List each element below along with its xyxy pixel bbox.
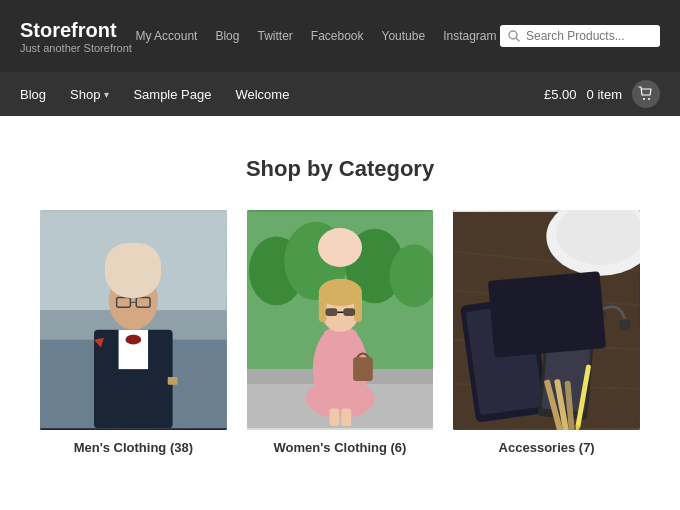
- accessories-label: Accessories (7): [499, 440, 595, 455]
- cart-area[interactable]: £5.00 0 item: [544, 80, 660, 108]
- nav-blog[interactable]: Blog: [20, 87, 46, 102]
- svg-point-55: [619, 319, 631, 331]
- main-nav: Blog Shop ▾ Sample Page Welcome: [20, 87, 289, 102]
- category-card-accessories[interactable]: Accessories (7): [453, 210, 640, 455]
- svg-rect-30: [354, 292, 362, 321]
- shopping-cart-icon: [638, 86, 654, 102]
- svg-rect-32: [343, 308, 355, 316]
- accessories-illustration: [453, 210, 640, 430]
- womens-clothing-image: [247, 210, 434, 430]
- svg-rect-36: [341, 408, 351, 426]
- categories-grid: Men's Clothing (38): [40, 210, 640, 455]
- chevron-down-icon: ▾: [104, 89, 109, 100]
- category-card-mens[interactable]: Men's Clothing (38): [40, 210, 227, 455]
- svg-rect-34: [353, 357, 373, 381]
- nav-shop[interactable]: Shop ▾: [70, 87, 109, 102]
- search-input[interactable]: [526, 29, 646, 43]
- cart-icon[interactable]: [632, 80, 660, 108]
- nav-bar: Blog Shop ▾ Sample Page Welcome £5.00 0 …: [0, 72, 680, 116]
- womens-clothing-label: Women's Clothing (6): [274, 440, 407, 455]
- svg-rect-16: [168, 377, 178, 385]
- svg-point-53: [500, 284, 524, 308]
- brand: Storefront Just another Storefront: [20, 18, 132, 54]
- top-nav-myaccount[interactable]: My Account: [135, 29, 197, 43]
- svg-point-9: [125, 335, 141, 345]
- search-box[interactable]: [500, 25, 660, 47]
- womens-illustration: [247, 210, 434, 430]
- svg-rect-29: [318, 292, 326, 321]
- top-nav-twitter[interactable]: Twitter: [257, 29, 292, 43]
- top-nav-blog[interactable]: Blog: [215, 29, 239, 43]
- top-nav-instagram[interactable]: Instagram: [443, 29, 496, 43]
- section-title: Shop by Category: [40, 156, 640, 182]
- svg-point-56: [595, 309, 607, 321]
- svg-point-25: [306, 379, 375, 418]
- brand-subtitle: Just another Storefront: [20, 42, 132, 54]
- nav-welcome[interactable]: Welcome: [235, 87, 289, 102]
- svg-line-1: [516, 38, 519, 41]
- svg-point-2: [643, 98, 645, 100]
- svg-point-11: [108, 261, 159, 290]
- mens-illustration: [40, 210, 227, 430]
- nav-sample-page[interactable]: Sample Page: [133, 87, 211, 102]
- brand-title[interactable]: Storefront: [20, 18, 132, 42]
- svg-rect-26: [323, 330, 356, 379]
- top-nav-facebook[interactable]: Facebook: [311, 29, 364, 43]
- main-content: Shop by Category: [0, 116, 680, 485]
- mens-clothing-label: Men's Clothing (38): [74, 440, 193, 455]
- cart-total: £5.00: [544, 87, 577, 102]
- svg-point-3: [648, 98, 650, 100]
- svg-point-54: [504, 288, 520, 304]
- top-nav: My Account Blog Twitter Facebook Youtube…: [135, 29, 496, 43]
- top-nav-youtube[interactable]: Youtube: [382, 29, 426, 43]
- mens-clothing-image: [40, 210, 227, 430]
- category-card-womens[interactable]: Women's Clothing (6): [247, 210, 434, 455]
- top-bar: Storefront Just another Storefront My Ac…: [0, 0, 680, 72]
- accessories-image: [453, 210, 640, 430]
- search-icon: [508, 30, 520, 42]
- svg-rect-31: [325, 308, 337, 316]
- svg-rect-35: [329, 408, 339, 426]
- cart-items: 0 item: [587, 87, 622, 102]
